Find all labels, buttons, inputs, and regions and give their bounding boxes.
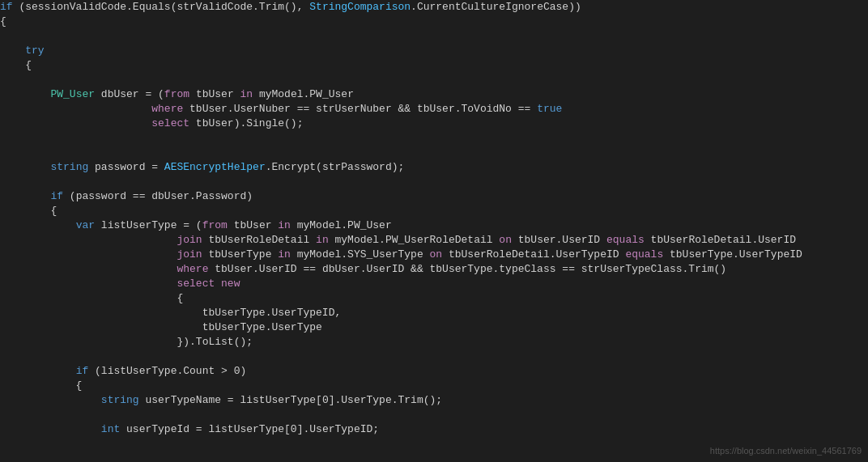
code-token: from bbox=[202, 219, 228, 231]
line-content: if (sessionValidCode.Equals(strValidCode… bbox=[0, 0, 868, 15]
code-token: join bbox=[177, 234, 202, 246]
code-token: tbUserType.UserType bbox=[0, 321, 322, 333]
code-token: equals bbox=[625, 248, 663, 261]
code-line bbox=[0, 131, 868, 146]
code-token: { bbox=[0, 379, 82, 392]
code-line: where tbUser.UserNuber == strUserNuber &… bbox=[0, 102, 868, 117]
code-line: { bbox=[0, 204, 868, 218]
code-token bbox=[0, 161, 50, 173]
code-token: if bbox=[0, 1, 13, 13]
code-token: var bbox=[76, 219, 95, 231]
code-token bbox=[0, 263, 177, 275]
code-token: select bbox=[151, 117, 189, 129]
code-token bbox=[0, 394, 101, 406]
line-content: where tbUser.UserID == dbUser.UserID && … bbox=[0, 262, 868, 277]
line-content: try bbox=[0, 44, 868, 58]
code-line: { bbox=[0, 291, 868, 306]
line-content: { bbox=[0, 58, 868, 73]
line-content: { bbox=[0, 15, 868, 29]
code-token: in bbox=[278, 248, 291, 261]
code-token: tbUserType.UserTypeID, bbox=[0, 307, 341, 319]
line-content: select tbUser).Single(); bbox=[0, 117, 868, 131]
code-token: where bbox=[151, 103, 183, 115]
line-content bbox=[0, 146, 868, 160]
code-token: myModel.PW_User bbox=[253, 88, 354, 100]
code-token: { bbox=[0, 15, 6, 28]
code-line bbox=[0, 146, 868, 160]
code-token: tbUser bbox=[228, 219, 278, 231]
code-token: (listUserType.Count > 0) bbox=[88, 365, 246, 377]
line-content: string userTypeName = listUserType[0].Us… bbox=[0, 393, 868, 408]
code-line: if (password == dbUser.Password) bbox=[0, 189, 868, 204]
code-token: userTypeName = listUserType[0].UserType.… bbox=[139, 394, 442, 406]
code-token: myModel.SYS_UserType bbox=[291, 248, 430, 261]
code-token: .CurrentCultureIgnoreCase)) bbox=[411, 1, 581, 13]
code-line bbox=[0, 408, 868, 422]
code-token: true bbox=[537, 103, 562, 115]
code-token: userTypeId = listUserType[0].UserTypeID; bbox=[120, 423, 379, 435]
code-token: AESEncryptHelper bbox=[164, 161, 266, 173]
code-token: StringComparison bbox=[309, 1, 411, 13]
code-token: listUserType = ( bbox=[95, 219, 202, 231]
code-token: int bbox=[101, 423, 120, 435]
code-token: on bbox=[430, 248, 443, 261]
code-token: string bbox=[101, 394, 139, 406]
code-token: new bbox=[221, 278, 240, 290]
code-line: { bbox=[0, 15, 868, 29]
code-line: where tbUser.UserID == dbUser.UserID && … bbox=[0, 262, 868, 277]
code-content: if (sessionValidCode.Equals(strValidCode… bbox=[0, 0, 868, 437]
code-token: tbUserType.UserTypeID bbox=[663, 248, 802, 261]
code-token bbox=[0, 45, 25, 57]
line-content: tbUserType.UserType bbox=[0, 320, 868, 335]
line-content bbox=[0, 175, 868, 189]
code-line: { bbox=[0, 379, 868, 393]
code-line: var listUserType = (from tbUser in myMod… bbox=[0, 218, 868, 233]
code-line: if (listUserType.Count > 0) bbox=[0, 364, 868, 379]
code-line: if (sessionValidCode.Equals(strValidCode… bbox=[0, 0, 868, 15]
code-token bbox=[0, 234, 177, 246]
code-token: tbUser.UserNuber == strUserNuber && tbUs… bbox=[183, 103, 537, 115]
line-content: var listUserType = (from tbUser in myMod… bbox=[0, 218, 868, 233]
line-content bbox=[0, 73, 868, 87]
code-token: where bbox=[177, 263, 208, 275]
code-token: join bbox=[177, 248, 202, 261]
code-token: tbUserType bbox=[202, 248, 279, 261]
code-line: try bbox=[0, 44, 868, 58]
code-token: tbUserRoleDetail.UserID bbox=[645, 234, 796, 246]
line-content: where tbUser.UserNuber == strUserNuber &… bbox=[0, 102, 868, 117]
code-line: select new bbox=[0, 277, 868, 291]
code-token: try bbox=[25, 45, 44, 57]
line-content bbox=[0, 29, 868, 44]
code-token: { bbox=[0, 292, 183, 304]
code-token: on bbox=[499, 234, 512, 246]
line-content: if (password == dbUser.Password) bbox=[0, 189, 868, 204]
code-token: tbUser.UserID bbox=[512, 234, 606, 246]
code-line: }).ToList(); bbox=[0, 335, 868, 350]
code-token bbox=[0, 88, 50, 100]
line-content: string password = AESEncryptHelper.Encry… bbox=[0, 160, 868, 175]
code-token: equals bbox=[606, 234, 645, 246]
code-token: myModel.PW_User bbox=[291, 219, 392, 231]
code-token: string bbox=[50, 161, 88, 173]
code-token: (password == dbUser.Password) bbox=[63, 190, 253, 202]
line-content: int userTypeId = listUserType[0].UserTyp… bbox=[0, 422, 868, 437]
code-token bbox=[0, 278, 177, 290]
code-token: select bbox=[177, 278, 215, 290]
code-line: { bbox=[0, 58, 868, 73]
code-line: string password = AESEncryptHelper.Encry… bbox=[0, 160, 868, 175]
code-line: join tbUserRoleDetail in myModel.PW_User… bbox=[0, 233, 868, 248]
code-editor: if (sessionValidCode.Equals(strValidCode… bbox=[0, 0, 868, 462]
line-content: select new bbox=[0, 277, 868, 291]
line-content: join tbUserType in myModel.SYS_UserType … bbox=[0, 248, 868, 262]
line-content: { bbox=[0, 204, 868, 218]
code-line bbox=[0, 175, 868, 189]
code-token: PW_User bbox=[50, 88, 95, 100]
code-token: in bbox=[316, 234, 329, 246]
code-token: { bbox=[0, 205, 57, 217]
code-token: tbUser.UserID == dbUser.UserID && tbUser… bbox=[208, 263, 726, 275]
code-token: { bbox=[0, 59, 32, 71]
code-line: PW_User dbUser = (from tbUser in myModel… bbox=[0, 87, 868, 102]
code-token bbox=[0, 117, 151, 129]
code-token: password = bbox=[88, 161, 164, 173]
line-content: join tbUserRoleDetail in myModel.PW_User… bbox=[0, 233, 868, 248]
